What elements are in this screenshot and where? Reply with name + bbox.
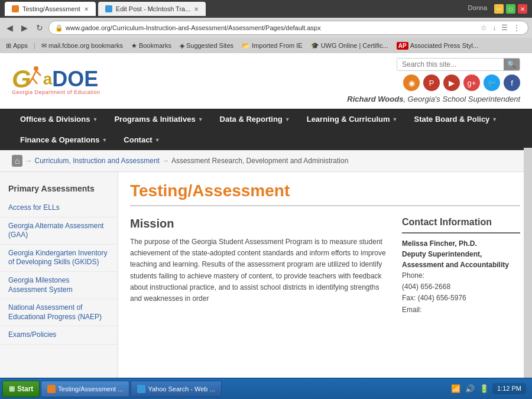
nav-row-2: Finance & Operations ▼ Contact ▼ [12,129,520,150]
bookmark-mail-label: mail.fcboe.org bookmarks [48,42,123,49]
nav-stateboard-arrow: ▼ [492,116,497,122]
download-icon[interactable]: ↓ [491,23,498,33]
search-button[interactable]: 🔍 [504,59,520,70]
svg-line-3 [33,78,37,84]
pinterest-icon[interactable]: P [423,74,440,91]
content-main: Mission The purpose of the Georgia Stude… [130,217,390,316]
imported-icon: 📂 [242,42,250,50]
start-button[interactable]: ⊞ Start [2,381,40,397]
sidebar-item-exams[interactable]: Exams/Policies [0,326,118,345]
nav-data[interactable]: Data & Reporting ▼ [212,109,299,129]
tab-favicon-2 [105,5,112,12]
mail-icon: ✉ [41,42,47,50]
superintendent-title: , Georgia's School Superintendent [403,95,520,103]
breadcrumb: ⌂ → Curriculum, Instruction and Assessme… [0,150,532,172]
youtube-icon[interactable]: ▶ [443,74,460,91]
page-title: Testing/Assessment [130,181,520,200]
bookmark-imported[interactable]: 📂 Imported From IE [239,41,305,51]
facebook-icon[interactable]: f [504,74,520,91]
twitter-icon[interactable]: 🐦 [484,74,500,91]
site-header: G a DOE Georgia Department of Education [0,53,532,109]
bookmark-ap[interactable]: AP Associated Press Styl... [394,41,481,51]
contact-email: Email: [402,304,520,316]
nav-data-label: Data & Reporting [220,115,283,124]
sidebar-item-milestones[interactable]: Georgia Milestones Assessment System [0,272,118,299]
nav-learning[interactable]: Learning & Curriculum ▼ [299,109,406,129]
title-divider [130,205,520,206]
sidebar-item-ell[interactable]: Access for ELLs [0,199,118,218]
taskbar-window-yahoo[interactable]: Yahoo Search - Web ... [131,381,221,397]
tray-network-icon[interactable]: 📶 [450,383,462,394]
search-box: 🔍 [397,58,520,71]
nav-contact[interactable]: Contact ▼ [115,129,168,150]
bookmarks-bar: ⊞ Apps | ✉ mail.fcboe.org bookmarks ★ Bo… [0,38,532,53]
taskbar-window-testing[interactable]: Testing/Assessment ... [41,381,129,397]
sidebar-item-gaa[interactable]: Georgia Alternate Assessment (GAA) [0,218,118,245]
bookmark-suggested-label: Suggested Sites [186,42,233,49]
search-input[interactable] [397,59,504,70]
sidebar-item-gkids[interactable]: Georgia Kindergarten Inventory of Develo… [0,245,118,272]
more-icon[interactable]: ⋮ [511,23,522,33]
gplus-icon[interactable]: g+ [463,74,480,91]
tab-label-1: Testing/Assessment [22,5,80,12]
address-bar-icons: ☆ ↓ ☰ ⋮ [479,23,522,33]
logo-doe: DOE [52,67,98,92]
refresh-button[interactable]: ↻ [33,21,46,34]
mission-text: The purpose of the Georgia Student Asses… [130,236,390,304]
tab-edit-post[interactable]: Edit Post - McIntosh Tra... ✕ [98,2,206,16]
bookmark-mail[interactable]: ✉ mail.fcboe.org bookmarks [39,41,125,51]
tab-close-2[interactable]: ✕ [194,6,199,12]
nav-finance[interactable]: Finance & Operations ▼ [12,129,115,150]
bookmark-imported-label: Imported From IE [252,42,303,49]
tray-volume-icon[interactable]: 🔊 [464,383,476,394]
svg-point-0 [34,66,38,71]
home-icon[interactable]: ⌂ [12,155,22,167]
nav-learning-arrow: ▼ [392,116,398,122]
main-body: Testing/Assessment Mission The purpose o… [118,172,532,378]
superintendent-text: Richard Woods, Georgia's School Superint… [347,95,520,103]
tab-testing-assessment[interactable]: Testing/Assessment ✕ [5,2,96,16]
scrollbar[interactable] [524,148,532,378]
nav-offices[interactable]: Offices & Divisions ▼ [12,109,106,129]
maximize-button[interactable]: □ [506,4,515,14]
star-bm-icon: ★ [131,42,137,50]
bookmark-uwg[interactable]: 🎓 UWG Online | Certific... [309,41,391,51]
nav-stateboard[interactable]: State Board & Policy ▼ [406,109,505,129]
forward-button[interactable]: ▶ [18,21,31,34]
start-icon: ⊞ [9,385,15,393]
nav-stateboard-label: State Board & Policy [414,115,489,124]
contact-name: Melissa Fincher, Ph.D. [402,238,520,249]
main-nav: Offices & Divisions ▼ Programs & Initiat… [0,109,532,150]
address-bar[interactable]: 🔒 www.gadoe.org/Curriculum-Instruction-a… [48,21,528,35]
bookmark-bookmarks[interactable]: ★ Bookmarks [129,41,174,51]
nav-finance-label: Finance & Operations [20,135,99,144]
bookmark-suggested[interactable]: ◈ Suggested Sites [177,41,236,51]
back-button[interactable]: ◀ [4,21,16,34]
close-button[interactable]: ✕ [518,4,527,14]
taskbar-window-2-label: Yahoo Search - Web ... [148,385,215,392]
tab-close-1[interactable]: ✕ [84,6,89,12]
tab-favicon-1 [12,5,19,12]
window-controls: Donna ─ □ ✕ [468,4,527,14]
tray-time-text: 1:12 PM [497,384,521,392]
nav-programs[interactable]: Programs & Initiatives ▼ [106,109,211,129]
sidebar-item-naep[interactable]: National Assessment of Educational Progr… [0,299,118,326]
tray-time: 1:12 PM [492,383,526,394]
uwg-icon: 🎓 [311,42,319,50]
superintendent-name: Richard Woods [347,95,403,103]
breadcrumb-item-1[interactable]: Curriculum, Instruction and Assessment [34,157,159,165]
bookmark-bookmarks-label: Bookmarks [139,42,171,49]
minimize-button[interactable]: ─ [494,4,504,14]
page-icon[interactable]: ☰ [499,23,510,33]
tab-label-2: Edit Post - McIntosh Tra... [116,5,191,12]
bookmark-apps[interactable]: ⊞ Apps [4,41,30,51]
nav-offices-arrow: ▼ [92,116,98,122]
star-icon[interactable]: ☆ [479,23,489,33]
lock-icon: 🔒 [55,24,63,32]
tray-battery-icon[interactable]: 🔋 [478,383,490,394]
rss-icon[interactable]: ◉ [403,74,420,91]
contact-title-span: Deputy Superintendent, Assessment and Ac… [402,250,509,269]
user-name: Donna [468,4,487,14]
bookmark-uwg-label: UWG Online | Certific... [321,42,388,49]
nav-programs-label: Programs & Initiatives [114,115,195,124]
